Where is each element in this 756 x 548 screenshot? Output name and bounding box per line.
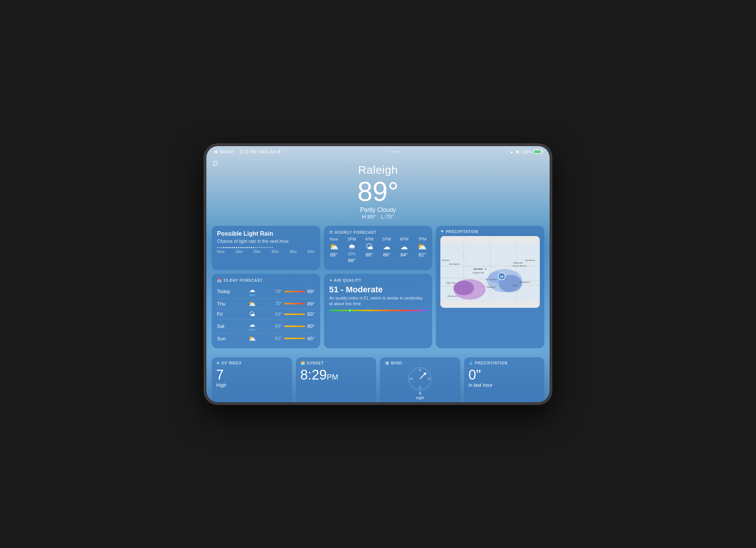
uv-index-card: ☀ UV INDEX 7 High: [212, 357, 292, 402]
hourly-items-row: Now ⛅ 89° 3PM 🌧 30% 88° 4PM 🌤 88°: [329, 237, 427, 263]
forecast-day-today: Today: [217, 289, 229, 294]
precip-map-title: ☂ PRECIPITATION: [440, 230, 540, 234]
pd18: [249, 247, 250, 248]
sunset-icon: 🌅: [301, 361, 305, 365]
hourly-temp-6pm: 84°: [401, 252, 408, 258]
location-icon: ▲: [510, 150, 514, 154]
precip-chance-desc: Chance of light rain in the next hour.: [217, 239, 315, 244]
svg-text:Nashville: Nashville: [513, 261, 523, 264]
forecast-icon-today: ☁40%: [249, 286, 255, 297]
precip-bar-container: Now 10m 20m 30m 40m 50m: [217, 247, 315, 254]
content-grid: Possible Light Rain Chance of light rain…: [206, 226, 550, 357]
uv-value: 7: [216, 367, 288, 383]
hourly-forecast-title: ⏱ HOURLY FORECAST: [329, 230, 427, 235]
svg-text:Goldsboro ·: Goldsboro ·: [519, 281, 531, 283]
svg-point-10: [454, 281, 474, 295]
compass-e: E: [428, 377, 430, 381]
temp-high: H:89°: [362, 213, 376, 220]
city-name: Raleigh: [206, 164, 550, 176]
status-left: ◀ Search 2:11 PM Wed Jun 8: [214, 149, 280, 154]
hourly-forecast-card: ⏱ HOURLY FORECAST Now ⛅ 89° 3PM 🌧 30% 88…: [324, 226, 432, 270]
precipitation-map[interactable]: 89 Burlington Durham Chapel Hill Nashvil…: [440, 236, 540, 308]
map-svg: 89 Burlington Durham Chapel Hill Nashvil…: [440, 236, 540, 308]
forecast-day-sat: Sat: [217, 323, 229, 329]
forecast-bar-sun: [284, 338, 305, 339]
svg-text:Chapel Hill: Chapel Hill: [472, 271, 484, 273]
hourly-temp-now: 89°: [330, 252, 338, 258]
bottom-row: ☀ UV INDEX 7 High 🌅 SUNSET 8:29PM �: [206, 357, 550, 402]
forecast-bar-sat: [284, 326, 305, 327]
forecast-temps-thu: 70° 89°: [275, 301, 315, 307]
main-temperature: 89°: [206, 178, 550, 205]
airq-value: 51 - Moderate: [329, 285, 427, 295]
forecast-low-fri: 63°: [275, 312, 282, 317]
wind-speed-display: 6 mph: [384, 391, 456, 400]
status-dot-1: [391, 151, 393, 153]
status-dot-2: [394, 151, 396, 153]
tenday-title: 📅 10-DAY FORECAST: [217, 278, 315, 282]
svg-text:Roxboro: Roxboro: [442, 259, 449, 261]
hourly-time-3pm: 3PM: [347, 237, 356, 241]
pd7: [228, 247, 229, 248]
calendar-icon: 📅: [217, 278, 222, 282]
svg-text:Burlington: Burlington: [449, 262, 460, 265]
pd22: [257, 247, 258, 248]
forecast-high-sun: 85°: [307, 336, 315, 341]
hourly-icon-4pm: 🌤: [366, 243, 373, 250]
screen: ◀ Search 2:11 PM Wed Jun 8 ▲ ◉ 100% ⊡: [206, 146, 550, 402]
precip-time-40m: 40m: [289, 250, 296, 254]
hourly-time-4pm: 4PM: [365, 237, 374, 241]
svg-text:Rocky Mount: Rocky Mount: [513, 264, 527, 267]
sidebar-toggle-button[interactable]: ⊡: [212, 159, 218, 167]
pd6: [226, 247, 228, 248]
hourly-time-6pm: 6PM: [400, 237, 409, 241]
forecast-bar-thu: [284, 303, 305, 304]
forecast-temps-today: 70° 89°: [275, 289, 315, 294]
hourly-icon-3pm: 🌧: [348, 243, 356, 250]
forecast-row-sun: Sun ⛅ 61° 85°: [217, 333, 315, 344]
status-center: [391, 151, 399, 153]
hourly-item-5pm: 5PM ☁ 86°: [383, 237, 391, 263]
rain-chance-3pm: 30%: [348, 252, 356, 256]
wind-compass: N S E W: [409, 367, 431, 390]
precip-last-hour-card: 💧 PRECIPITATION 0" in last hour: [464, 357, 545, 402]
precip-last-hour-label: in last hour: [469, 382, 540, 388]
tenday-forecast-card: 📅 10-DAY FORECAST Today ☁40% 70° 89° Thu: [212, 274, 320, 348]
wind-arrow: [420, 373, 426, 379]
precip-time-50m: 50m: [307, 250, 314, 254]
forecast-day-sun: Sun: [217, 336, 229, 341]
search-back-label[interactable]: Search: [219, 149, 234, 154]
precip-time-20m: 20m: [253, 250, 260, 254]
forecast-temps-fri: 63° 83°: [275, 311, 315, 317]
precip-time-now: Now: [217, 250, 225, 254]
airq-description: Air quality index is 51, which is simila…: [329, 295, 427, 307]
pd9: [232, 247, 233, 248]
forecast-row-sat: Sat ☁60% 65° 80°: [217, 320, 315, 333]
status-bar: ◀ Search 2:11 PM Wed Jun 8 ▲ ◉ 100%: [206, 146, 550, 156]
status-right: ▲ ◉ 100%: [510, 149, 542, 154]
hourly-item-7pm: 7PM ⛅ 82°: [417, 237, 427, 263]
pd28: [268, 247, 269, 248]
sun-icon: ☀: [216, 361, 220, 365]
sunset-card: 🌅 SUNSET 8:29PM: [296, 357, 376, 402]
sunset-value: 8:29PM: [301, 367, 372, 383]
compass-n: N: [419, 368, 421, 372]
svg-text:Henderson: Henderson: [525, 259, 535, 261]
weather-condition: Partly Cloudy: [206, 207, 550, 213]
hourly-icon-7pm: ⛅: [417, 243, 427, 250]
svg-text:Durham: Durham: [474, 267, 483, 270]
precip-times: Now 10m 20m 30m 40m 50m: [217, 250, 315, 254]
forecast-day-fri: Fri: [217, 311, 229, 317]
pd11: [236, 247, 237, 248]
pd21: [255, 247, 256, 248]
umbrella-icon: ☂: [440, 230, 444, 234]
svg-text:89: 89: [500, 275, 503, 278]
pd14: [242, 247, 243, 248]
battery-percent: 100%: [521, 150, 532, 154]
pd1: [217, 247, 218, 248]
back-arrow-icon[interactable]: ◀: [214, 149, 217, 154]
clock-icon: ⏱: [329, 230, 333, 235]
pd20: [253, 247, 254, 248]
pd23: [259, 247, 260, 248]
forecast-temps-sat: 65° 80°: [275, 323, 315, 329]
